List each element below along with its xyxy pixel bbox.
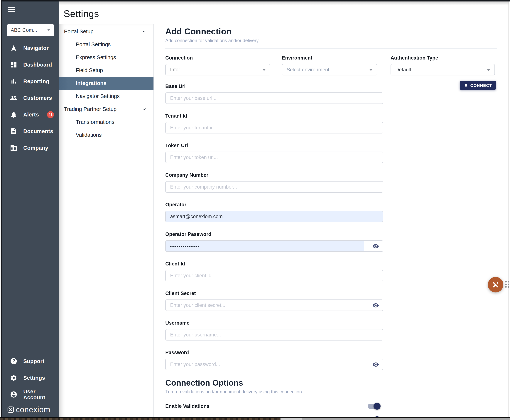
tenant-id-label: Tenant Id (165, 113, 383, 119)
conexiom-floating-widget-button[interactable] (488, 277, 503, 292)
base-url-input[interactable] (165, 92, 383, 104)
subnav-group-portal-setup[interactable]: Portal Setup (59, 25, 153, 38)
desktop-wallpaper-sliver (0, 418, 280, 420)
tenant-id-input[interactable] (165, 122, 383, 134)
main-panel: Settings Portal Setup Portal Settings Ex… (59, 1, 509, 417)
subnav-item-portal-settings[interactable]: Portal Settings (59, 38, 153, 51)
sidebar-item-company[interactable]: Company (2, 140, 59, 156)
connection-options-subheading: Turn on validations and/or document deli… (165, 389, 497, 395)
widget-drag-handle[interactable] (505, 281, 509, 288)
document-icon (10, 128, 17, 135)
plug-icon (464, 83, 468, 87)
window-top-border (0, 0, 510, 1)
sidebar-item-navigator[interactable]: Navigator (2, 40, 59, 56)
desktop-background-strip (0, 418, 510, 420)
client-secret-field-group: Client Secret (165, 290, 383, 311)
window-top-shadow (59, 1, 509, 5)
sidebar-item-customers[interactable]: Customers (2, 90, 59, 106)
organization-selector[interactable]: ABC Com... (7, 24, 54, 36)
username-label: Username (165, 320, 383, 326)
eye-icon[interactable] (373, 361, 379, 368)
sidebar: ABC Com... Navigator Dashboard Reporting (2, 1, 59, 417)
auth-type-select[interactable]: Default (390, 64, 495, 75)
app-window: ABC Com... Navigator Dashboard Reporting (0, 0, 510, 420)
client-id-field-group: Client Id (165, 261, 383, 281)
bar-chart-icon (10, 78, 17, 85)
operator-label: Operator (165, 202, 383, 208)
conexiom-logo: conexiom (8, 405, 50, 414)
navigator-arrow-icon (10, 44, 17, 52)
subnav-item-navigator-settings[interactable]: Navigator Settings (59, 90, 153, 103)
sidebar-item-reporting[interactable]: Reporting (2, 73, 59, 90)
operator-password-field-group: Operator Password •••••••••••••• (165, 231, 383, 252)
dashboard-icon (10, 61, 17, 68)
password-input[interactable] (165, 359, 383, 370)
sidebar-footer: Support Settings User Account (2, 353, 59, 403)
desktop-window-sliver (280, 418, 510, 420)
alerts-count-badge: 41 (47, 111, 54, 118)
sidebar-item-dashboard[interactable]: Dashboard (2, 56, 59, 73)
sidebar-nav: Navigator Dashboard Reporting Customers … (2, 40, 59, 156)
caret-down-icon (47, 29, 51, 31)
company-number-field-group: Company Number (165, 172, 383, 193)
connection-options-heading: Connection Options (165, 378, 497, 388)
divider (165, 48, 497, 49)
environment-select[interactable]: Select environment... (282, 64, 377, 75)
operator-password-input[interactable]: •••••••••••••• (165, 240, 383, 252)
add-connection-pane: Add Connection Add connection for valida… (153, 24, 510, 417)
tenant-id-field-group: Tenant Id (165, 113, 383, 134)
token-url-input[interactable] (165, 152, 383, 163)
caret-down-icon (369, 68, 373, 71)
subnav-item-express-settings[interactable]: Express Settings (59, 51, 153, 64)
subnav-group-trading-partner-setup[interactable]: Trading Partner Setup (59, 103, 153, 116)
connection-label: Connection (165, 55, 270, 61)
password-label: Password (165, 349, 383, 356)
operator-input[interactable] (165, 211, 383, 222)
subnav-item-integrations-selected[interactable]: Integrations (59, 77, 153, 90)
base-url-label: Base Url (165, 83, 383, 90)
section-heading: Add Connection (165, 27, 497, 37)
client-id-input[interactable] (165, 270, 383, 281)
sidebar-item-support[interactable]: Support (2, 353, 59, 369)
sidebar-item-alerts[interactable]: Alerts 41 (2, 106, 59, 123)
company-number-input[interactable] (165, 181, 383, 193)
people-icon (10, 94, 17, 102)
client-id-label: Client Id (165, 261, 383, 267)
window-left-border (1, 0, 2, 417)
base-url-field-group: Base Url (165, 83, 383, 104)
desktop-chip (280, 418, 302, 420)
client-secret-label: Client Secret (165, 290, 383, 297)
environment-label: Environment (282, 55, 377, 61)
section-subheading: Add connection for validations and/or de… (165, 38, 497, 43)
company-number-label: Company Number (165, 172, 383, 178)
connect-button[interactable]: CONNECT (460, 81, 496, 90)
sidebar-item-documents[interactable]: Documents (2, 123, 59, 140)
chevron-down-icon (142, 107, 146, 111)
operator-password-label: Operator Password (165, 231, 383, 237)
window-frame: ABC Com... Navigator Dashboard Reporting (0, 0, 510, 420)
username-input[interactable] (165, 329, 383, 340)
client-secret-input[interactable] (165, 300, 383, 311)
sidebar-item-settings[interactable]: Settings (2, 369, 59, 386)
hamburger-menu-icon[interactable] (8, 7, 15, 12)
conexiom-wordmark: conexiom (16, 405, 50, 414)
username-field-group: Username (165, 320, 383, 340)
subnav-item-field-setup[interactable]: Field Setup (59, 64, 153, 77)
eye-icon[interactable] (373, 302, 379, 308)
chevron-down-icon (142, 29, 146, 34)
toggle-row-enable-validations: Enable Validations (165, 399, 381, 413)
enable-validations-toggle[interactable] (368, 404, 380, 409)
bell-icon (10, 111, 17, 118)
connection-select[interactable]: Infor (165, 64, 270, 75)
subnav-item-transformations[interactable]: Transformations (59, 116, 153, 129)
gear-icon (10, 374, 17, 381)
sidebar-item-user-account[interactable]: User Account (2, 386, 59, 403)
building-icon (10, 144, 17, 152)
eye-icon[interactable] (373, 243, 379, 249)
masked-password-text: •••••••••••••• (170, 240, 200, 252)
subnav-item-validations[interactable]: Validations (59, 129, 153, 142)
help-icon (10, 357, 17, 365)
password-field-group: Password (165, 349, 383, 370)
token-url-label: Token Url (165, 142, 383, 149)
auth-type-label: Authentication Type (390, 55, 495, 61)
